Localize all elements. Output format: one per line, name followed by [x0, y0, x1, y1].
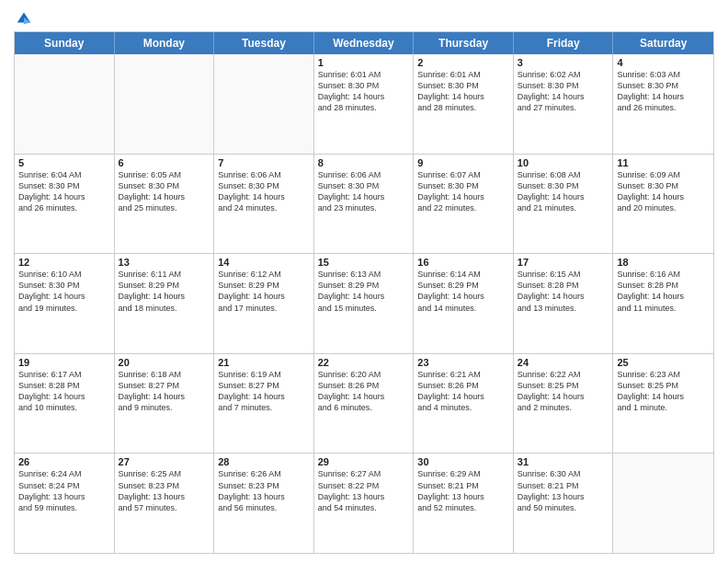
day-info: Sunrise: 6:17 AM Sunset: 8:28 PM Dayligh… [18, 369, 110, 414]
logo-icon [16, 9, 32, 26]
day-cell-19: 19Sunrise: 6:17 AM Sunset: 8:28 PM Dayli… [15, 354, 115, 454]
day-cell-16: 16Sunrise: 6:14 AM Sunset: 8:29 PM Dayli… [414, 254, 514, 353]
day-cell-11: 11Sunrise: 6:09 AM Sunset: 8:30 PM Dayli… [613, 155, 713, 254]
day-number: 12 [18, 257, 110, 268]
day-cell-10: 10Sunrise: 6:08 AM Sunset: 8:30 PM Dayli… [514, 155, 614, 254]
day-number: 29 [318, 456, 410, 467]
day-info: Sunrise: 6:26 AM Sunset: 8:23 PM Dayligh… [218, 468, 310, 513]
day-cell-2: 2Sunrise: 6:01 AM Sunset: 8:30 PM Daylig… [414, 54, 514, 154]
day-cell-1: 1Sunrise: 6:01 AM Sunset: 8:30 PM Daylig… [314, 54, 415, 154]
day-number: 14 [218, 257, 310, 268]
day-cell-13: 13Sunrise: 6:11 AM Sunset: 8:29 PM Dayli… [115, 254, 215, 353]
day-cell-5: 5Sunrise: 6:04 AM Sunset: 8:30 PM Daylig… [15, 155, 115, 254]
day-info: Sunrise: 6:01 AM Sunset: 8:30 PM Dayligh… [417, 69, 509, 114]
day-cell-23: 23Sunrise: 6:21 AM Sunset: 8:26 PM Dayli… [414, 354, 514, 454]
day-number: 24 [518, 357, 609, 368]
day-info: Sunrise: 6:13 AM Sunset: 8:29 PM Dayligh… [318, 269, 410, 314]
empty-cell [214, 54, 314, 154]
day-cell-31: 31Sunrise: 6:30 AM Sunset: 8:21 PM Dayli… [514, 454, 614, 553]
day-number: 1 [318, 57, 410, 68]
weekday-header-saturday: Saturday [613, 32, 713, 54]
day-info: Sunrise: 6:08 AM Sunset: 8:30 PM Dayligh… [518, 169, 609, 214]
day-info: Sunrise: 6:10 AM Sunset: 8:30 PM Dayligh… [18, 269, 110, 314]
weekday-header-monday: Monday [115, 32, 215, 54]
day-info: Sunrise: 6:04 AM Sunset: 8:30 PM Dayligh… [18, 169, 110, 214]
day-number: 26 [18, 456, 110, 467]
day-info: Sunrise: 6:25 AM Sunset: 8:23 PM Dayligh… [119, 468, 210, 513]
day-number: 17 [518, 257, 609, 268]
day-cell-28: 28Sunrise: 6:26 AM Sunset: 8:23 PM Dayli… [214, 454, 314, 553]
weekday-header-wednesday: Wednesday [314, 32, 415, 54]
day-number: 6 [119, 157, 210, 168]
day-number: 11 [617, 157, 710, 168]
day-cell-14: 14Sunrise: 6:12 AM Sunset: 8:29 PM Dayli… [214, 254, 314, 353]
day-info: Sunrise: 6:02 AM Sunset: 8:30 PM Dayligh… [518, 69, 609, 114]
weekday-header-tuesday: Tuesday [214, 32, 314, 54]
logo [14, 9, 32, 26]
calendar-row-4: 19Sunrise: 6:17 AM Sunset: 8:28 PM Dayli… [15, 354, 713, 454]
weekday-header-sunday: Sunday [15, 32, 115, 54]
day-cell-27: 27Sunrise: 6:25 AM Sunset: 8:23 PM Dayli… [115, 454, 215, 553]
empty-cell [15, 54, 115, 154]
day-number: 31 [518, 456, 609, 467]
weekday-header-thursday: Thursday [414, 32, 514, 54]
day-cell-22: 22Sunrise: 6:20 AM Sunset: 8:26 PM Dayli… [314, 354, 415, 454]
day-cell-7: 7Sunrise: 6:06 AM Sunset: 8:30 PM Daylig… [214, 155, 314, 254]
day-info: Sunrise: 6:22 AM Sunset: 8:25 PM Dayligh… [518, 369, 609, 414]
day-info: Sunrise: 6:12 AM Sunset: 8:29 PM Dayligh… [218, 269, 310, 314]
day-number: 15 [318, 257, 410, 268]
day-number: 13 [119, 257, 210, 268]
day-number: 16 [417, 257, 509, 268]
day-cell-26: 26Sunrise: 6:24 AM Sunset: 8:24 PM Dayli… [15, 454, 115, 553]
page: SundayMondayTuesdayWednesdayThursdayFrid… [0, 0, 728, 563]
day-number: 25 [617, 357, 710, 368]
day-number: 27 [119, 456, 210, 467]
day-info: Sunrise: 6:11 AM Sunset: 8:29 PM Dayligh… [119, 269, 210, 314]
calendar-row-2: 5Sunrise: 6:04 AM Sunset: 8:30 PM Daylig… [15, 155, 713, 255]
day-cell-9: 9Sunrise: 6:07 AM Sunset: 8:30 PM Daylig… [414, 155, 514, 254]
day-info: Sunrise: 6:09 AM Sunset: 8:30 PM Dayligh… [617, 169, 710, 214]
day-info: Sunrise: 6:29 AM Sunset: 8:21 PM Dayligh… [417, 468, 509, 513]
day-cell-20: 20Sunrise: 6:18 AM Sunset: 8:27 PM Dayli… [115, 354, 215, 454]
day-info: Sunrise: 6:06 AM Sunset: 8:30 PM Dayligh… [318, 169, 410, 214]
day-info: Sunrise: 6:03 AM Sunset: 8:30 PM Dayligh… [617, 69, 710, 114]
calendar: SundayMondayTuesdayWednesdayThursdayFrid… [14, 31, 714, 554]
day-cell-17: 17Sunrise: 6:15 AM Sunset: 8:28 PM Dayli… [514, 254, 614, 353]
day-number: 4 [617, 57, 710, 68]
day-number: 8 [318, 157, 410, 168]
day-cell-29: 29Sunrise: 6:27 AM Sunset: 8:22 PM Dayli… [314, 454, 415, 553]
day-info: Sunrise: 6:18 AM Sunset: 8:27 PM Dayligh… [119, 369, 210, 414]
day-cell-6: 6Sunrise: 6:05 AM Sunset: 8:30 PM Daylig… [115, 155, 215, 254]
day-info: Sunrise: 6:16 AM Sunset: 8:28 PM Dayligh… [617, 269, 710, 314]
weekday-header-friday: Friday [514, 32, 614, 54]
day-cell-18: 18Sunrise: 6:16 AM Sunset: 8:28 PM Dayli… [613, 254, 713, 353]
calendar-row-5: 26Sunrise: 6:24 AM Sunset: 8:24 PM Dayli… [15, 454, 713, 553]
day-number: 22 [318, 357, 410, 368]
day-cell-4: 4Sunrise: 6:03 AM Sunset: 8:30 PM Daylig… [613, 54, 713, 154]
day-number: 5 [18, 157, 110, 168]
day-number: 9 [417, 157, 509, 168]
day-cell-15: 15Sunrise: 6:13 AM Sunset: 8:29 PM Dayli… [314, 254, 415, 353]
empty-cell [613, 454, 713, 553]
day-number: 7 [218, 157, 310, 168]
calendar-body: 1Sunrise: 6:01 AM Sunset: 8:30 PM Daylig… [15, 54, 713, 553]
day-info: Sunrise: 6:19 AM Sunset: 8:27 PM Dayligh… [218, 369, 310, 414]
day-number: 19 [18, 357, 110, 368]
day-info: Sunrise: 6:30 AM Sunset: 8:21 PM Dayligh… [518, 468, 609, 513]
day-cell-12: 12Sunrise: 6:10 AM Sunset: 8:30 PM Dayli… [15, 254, 115, 353]
day-cell-30: 30Sunrise: 6:29 AM Sunset: 8:21 PM Dayli… [414, 454, 514, 553]
day-cell-21: 21Sunrise: 6:19 AM Sunset: 8:27 PM Dayli… [214, 354, 314, 454]
day-number: 3 [518, 57, 609, 68]
day-number: 20 [119, 357, 210, 368]
day-cell-8: 8Sunrise: 6:06 AM Sunset: 8:30 PM Daylig… [314, 155, 415, 254]
day-number: 30 [417, 456, 509, 467]
calendar-row-3: 12Sunrise: 6:10 AM Sunset: 8:30 PM Dayli… [15, 254, 713, 354]
header [14, 9, 714, 26]
empty-cell [115, 54, 215, 154]
day-info: Sunrise: 6:24 AM Sunset: 8:24 PM Dayligh… [18, 468, 110, 513]
calendar-header-row: SundayMondayTuesdayWednesdayThursdayFrid… [15, 32, 713, 54]
calendar-row-1: 1Sunrise: 6:01 AM Sunset: 8:30 PM Daylig… [15, 54, 713, 155]
day-info: Sunrise: 6:05 AM Sunset: 8:30 PM Dayligh… [119, 169, 210, 214]
day-cell-25: 25Sunrise: 6:23 AM Sunset: 8:25 PM Dayli… [613, 354, 713, 454]
day-number: 23 [417, 357, 509, 368]
